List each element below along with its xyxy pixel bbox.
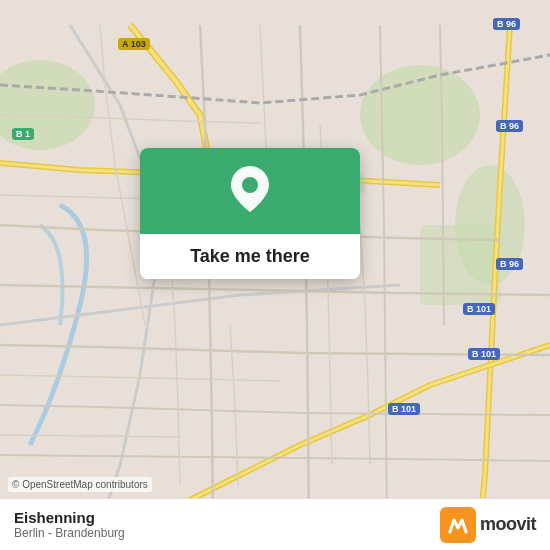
badge-b96-lower: B 96	[496, 258, 523, 270]
location-info: Eishenning Berlin - Brandenburg	[14, 509, 125, 540]
badge-a103: A 103	[118, 38, 150, 50]
badge-b96-top: B 96	[493, 18, 520, 30]
location-popup: Take me there	[140, 148, 360, 279]
badge-b1: B 1	[12, 128, 34, 140]
popup-header	[140, 148, 360, 234]
bottom-bar: Eishenning Berlin - Brandenburg moovit	[0, 498, 550, 550]
moovit-label: moovit	[480, 514, 536, 535]
badge-b101-lower: B 101	[388, 403, 420, 415]
badge-b101-right: B 101	[463, 303, 495, 315]
location-region: Berlin - Brandenburg	[14, 526, 125, 540]
badge-b101-mid: B 101	[468, 348, 500, 360]
moovit-icon	[440, 507, 476, 543]
map-container: A 103 B 1 B 96 B 96 B 96 B 101 B 101 B 1…	[0, 0, 550, 550]
take-me-there-button[interactable]: Take me there	[140, 234, 360, 279]
copyright-text: © OpenStreetMap contributors	[8, 477, 152, 492]
location-pin-icon	[231, 166, 269, 218]
svg-point-6	[242, 177, 258, 193]
moovit-logo: moovit	[440, 507, 536, 543]
location-name: Eishenning	[14, 509, 125, 526]
badge-b96-mid: B 96	[496, 120, 523, 132]
